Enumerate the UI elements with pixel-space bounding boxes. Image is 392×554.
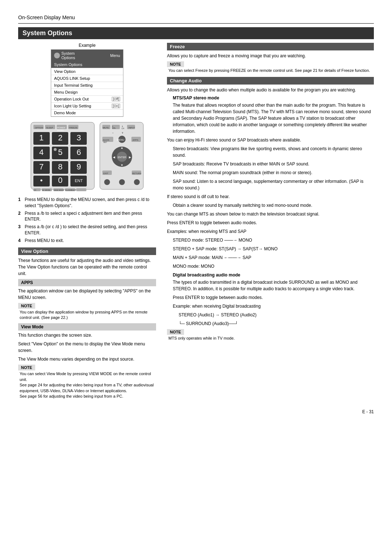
svg-text:8: 8 [58, 162, 62, 171]
if-stereo-sub: Obtain a clearer sound by manually switc… [167, 202, 374, 209]
freeze-note-label: NOTE [167, 61, 184, 67]
svg-text:EXIT: EXIT [103, 172, 109, 175]
svg-text:OPTION: OPTION [35, 127, 43, 129]
view-option-title: View Option [18, 247, 156, 255]
svg-text:RETURN: RETURN [132, 172, 141, 175]
examples-label: Examples: when receiving MTS and SAP [167, 228, 374, 235]
svg-text:FLASHBACK: FLASHBACK [65, 189, 76, 191]
menu-item-operation-lock: Operation Lock Out [Off] [51, 96, 123, 103]
svg-text:FREEZE: FREEZE [69, 127, 78, 129]
menu-header-right: Menu [110, 53, 120, 58]
left-column: Example SystemOptions Menu System Option… [18, 43, 156, 402]
digital-example-1: └─ SURROUND (Audio3)──┘ [173, 320, 374, 327]
view-mode-body1: This function changes the screen size. [18, 332, 156, 338]
steps: 1 Press MENU to display the MENU screen,… [18, 197, 156, 244]
svg-rect-39 [76, 188, 86, 191]
svg-text:▶: ▶ [129, 156, 131, 159]
digital-note: MTS only operates while in TV mode. [167, 336, 374, 341]
svg-text:MUTE: MUTE [103, 127, 109, 129]
digital-example-0: STEREO (Audio1) → STEREO (Audio2) [173, 312, 374, 318]
change-mts: You can change MTS as shown below to mat… [167, 211, 374, 217]
svg-text:ENT: ENT [75, 178, 83, 183]
examples: STEREO mode: STEREO ——→ MONO STEREO + SA… [167, 237, 374, 270]
menu-item-icon-light: Icon Light Up Setting [On] [51, 103, 123, 110]
svg-text:4: 4 [39, 148, 44, 157]
view-option-body: These functions are useful for adjusting… [18, 257, 156, 277]
view-mode-body3: The View Mode menu varies depending on t… [18, 356, 156, 362]
menu-mockup: SystemOptions Menu System Options View O… [51, 49, 123, 117]
change-audio-title: Change Audio [167, 77, 374, 85]
page-number: E - 31 [18, 409, 374, 414]
example-1: STEREO + SAP mode: ST(SAP) → SAP(ST→ MON… [173, 246, 374, 252]
svg-text:9: 9 [77, 162, 81, 171]
digital-body: The types of audio transmitted in a digi… [173, 279, 374, 292]
bullet-stereo: Stereo broadcasts: View programs like li… [173, 145, 374, 159]
press-enter: Press ENTER to toggle between audio mode… [167, 219, 374, 226]
change-audio-body: Allows you to change the audio when mult… [167, 87, 374, 93]
svg-text:VIEW MODE: VIEW MODE [54, 189, 65, 191]
menu-header-text: SystemOptions [61, 51, 75, 60]
view-mode-note-label: NOTE [18, 365, 35, 370]
menu-item-demo-mode: Demo Mode [51, 110, 123, 116]
menu-item-input-terminal: Input Terminal Setting [51, 82, 123, 89]
svg-text:∨: ∨ [122, 131, 123, 134]
digital-press-enter: Press ENTER to toggle between audio mode… [173, 294, 374, 301]
right-column: Freeze Allows you to capture and freeze … [167, 43, 374, 402]
svg-text:CC: CC [34, 189, 37, 191]
if-stereo: If stereo sound is dif cult to hear. [167, 193, 374, 200]
bullet-sap-sound: SAP sound: Listen to a second language, … [173, 178, 374, 191]
apps-note-label: NOTE [18, 303, 35, 309]
svg-text:•: • [40, 176, 42, 184]
step-2: 2 Press a /b to select a speci c adjustm… [18, 210, 156, 223]
svg-text:MENU: MENU [117, 139, 124, 141]
svg-point-75 [119, 179, 125, 185]
menu-item-menu-design: Menu Design [51, 89, 123, 96]
remote-image: OPTION SLEEP POWER SAVING FREEZE 1 2 3 [18, 120, 156, 193]
svg-text:VOL: VOL [112, 127, 116, 129]
svg-text:7: 7 [39, 162, 44, 171]
mts-sap-body: The feature that allows reception of sou… [173, 102, 374, 135]
apps-title: APPS [18, 279, 156, 286]
svg-text:SAVING: SAVING [57, 129, 64, 131]
svg-text:–: – [112, 131, 114, 134]
svg-point-76 [134, 179, 140, 185]
svg-text:5: 5 [58, 148, 62, 157]
svg-text:0: 0 [58, 176, 62, 185]
apps-note: You can display the application window b… [18, 309, 156, 321]
svg-text:3: 3 [77, 133, 81, 142]
bullet-sap: SAP broadcasts: Receive TV broadcasts in… [173, 161, 374, 167]
menu-header: SystemOptions Menu [51, 50, 123, 61]
bullet-main: MAIN sound: The normal program soundtrac… [173, 169, 374, 176]
remote-svg: OPTION SLEEP POWER SAVING FREEZE 1 2 3 [29, 120, 145, 193]
freeze-section: Freeze Allows you to capture and freeze … [167, 43, 374, 73]
view-mode-note-line-1: You can select View Mode by pressing VIE… [20, 371, 156, 382]
menu-item-system-options: System Options [51, 61, 123, 68]
svg-text:SLEEP: SLEEP [46, 127, 53, 129]
step-1: 1 Press MENU to display the MENU screen,… [18, 197, 156, 209]
menu-item-view-option: View Option [51, 68, 123, 75]
step-3: 3 Press a /b (or c /d ) to select the de… [18, 224, 156, 236]
digital-example-label: Example: when receiving Digital broadcas… [173, 303, 374, 309]
menu-item-aquos-link: AQUOS LINK Setup [51, 75, 123, 82]
freeze-title: Freeze [167, 43, 374, 50]
freeze-note: You can select Freeze by pressing FREEZE… [167, 68, 374, 73]
menu-tv-icon [54, 53, 60, 58]
svg-text:▼: ▼ [121, 164, 123, 167]
svg-text:CH: CH [122, 127, 124, 130]
bullets: Stereo broadcasts: View programs like li… [167, 145, 374, 191]
apps-body: The application window can be displayed … [18, 288, 156, 301]
view-mode-title: View Mode [18, 323, 156, 331]
example-label: Example [18, 43, 156, 48]
example-3: MONO mode: MONO [173, 263, 374, 270]
digital-note-label: NOTE [167, 329, 184, 335]
main-section-title: System Options [18, 27, 374, 39]
view-mode-note-line-3: See page 56 for adjusting the video bein… [20, 394, 156, 399]
page-header: On-Screen Display Menu [18, 15, 374, 20]
svg-text:POWER: POWER [57, 127, 65, 129]
view-mode-note-line-2: See page 24 for adjusting the video bein… [20, 382, 156, 394]
digital-section: Digital broadcasting audio mode The type… [167, 272, 374, 327]
hifi-para: You can enjoy Hi-Fi stereo sound or SAP … [167, 137, 374, 143]
svg-text:◀: ◀ [113, 156, 115, 159]
change-audio-section: Change Audio Allows you to change the au… [167, 77, 374, 341]
example-0: STEREO mode: STEREO ——→ MONO [173, 237, 374, 243]
